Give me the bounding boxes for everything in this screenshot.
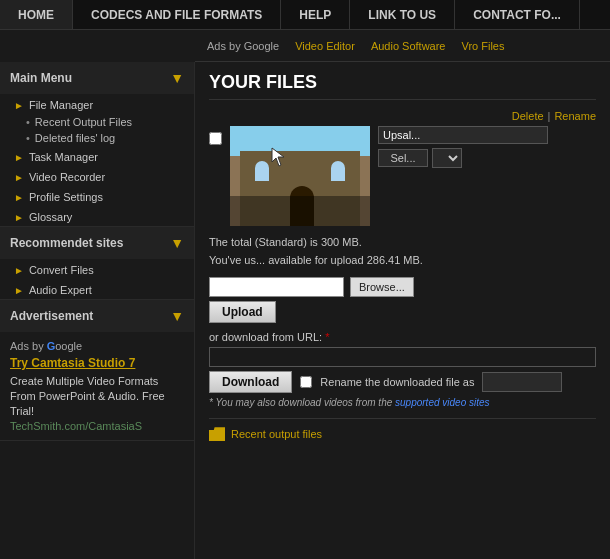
select-button[interactable]: Sel...	[378, 149, 428, 167]
ads-bar: Ads by Google Video Editor Audio Softwar…	[195, 30, 610, 62]
ads-video-editor-link[interactable]: Video Editor	[295, 40, 355, 52]
actions-separator: |	[548, 110, 551, 122]
delete-link[interactable]: Delete	[512, 110, 544, 122]
file-format-select[interactable]	[432, 148, 462, 168]
required-star: *	[322, 331, 329, 343]
profile-settings-label: Profile Settings	[29, 191, 103, 203]
main-layout: Main Menu ▼ ► File Manager Recent Output…	[0, 62, 610, 559]
recent-output-link[interactable]: Recent output files	[231, 428, 322, 440]
ad-title[interactable]: Try Camtasia Studio 7	[10, 356, 184, 372]
task-manager-label: Task Manager	[29, 151, 98, 163]
glossary-label: Glossary	[29, 211, 72, 223]
file-actions: Delete | Rename	[209, 110, 596, 122]
sidebar-item-video-recorder[interactable]: ► Video Recorder	[0, 166, 194, 186]
triangle-icon-6: ►	[14, 265, 24, 276]
sidebar: Main Menu ▼ ► File Manager Recent Output…	[0, 62, 195, 559]
audio-expert-label: Audio Expert	[29, 284, 92, 296]
storage-used-text: You've us... available for upload 286.41…	[209, 254, 423, 266]
sidebar-advertisement-header[interactable]: Advertisement ▼	[0, 300, 194, 332]
triangle-icon: ►	[14, 100, 24, 111]
file-checkbox[interactable]	[209, 132, 222, 145]
ad-by-google: Ads by Google	[10, 340, 184, 352]
sidebar-main-menu-header[interactable]: Main Menu ▼	[0, 62, 194, 94]
sidebar-main-menu-section: Main Menu ▼ ► File Manager Recent Output…	[0, 62, 194, 227]
ad-url: TechSmith.com/CamtasiaS	[10, 420, 184, 432]
file-select-row: Sel...	[378, 148, 596, 168]
download-button[interactable]: Download	[209, 371, 292, 393]
sidebar-item-glossary[interactable]: ► Glossary	[0, 206, 194, 226]
recent-output-section[interactable]: Recent output files	[209, 427, 596, 441]
upload-button[interactable]: Upload	[209, 301, 276, 323]
triangle-icon-4: ►	[14, 192, 24, 203]
or-download-text: or download from URL:	[209, 331, 322, 343]
sidebar-item-deleted-log[interactable]: Deleted files' log	[0, 130, 194, 146]
sidebar-recommended-section: Recommendet sites ▼ ► Convert Files ► Au…	[0, 227, 194, 300]
sidebar-item-convert-files[interactable]: ► Convert Files	[0, 259, 194, 279]
nav-help[interactable]: HELP	[281, 0, 350, 29]
video-note-text: * You may also download videos from the	[209, 397, 392, 408]
ads-by-google-label: Ads by Google	[207, 40, 279, 52]
thumb-background	[230, 126, 370, 226]
or-download-label: or download from URL: *	[209, 331, 596, 343]
triangle-icon-2: ►	[14, 152, 24, 163]
rename-label: Rename the downloaded file as	[320, 376, 474, 388]
video-sites-note: * You may also download videos from the …	[209, 397, 596, 408]
browse-button[interactable]: Browse...	[350, 277, 414, 297]
sidebar-item-task-manager[interactable]: ► Task Manager	[0, 146, 194, 166]
rename-link[interactable]: Rename	[554, 110, 596, 122]
file-name-input[interactable]	[378, 126, 548, 144]
content-area: YOUR FILES Delete | Rename	[195, 62, 610, 559]
advertisement-content: Ads by Google Try Camtasia Studio 7 Crea…	[0, 332, 194, 440]
advertisement-arrow-icon: ▼	[170, 308, 184, 324]
deleted-log-label: Deleted files' log	[35, 132, 115, 144]
sidebar-item-recent-output[interactable]: Recent Output Files	[0, 114, 194, 130]
sidebar-item-profile-settings[interactable]: ► Profile Settings	[0, 186, 194, 206]
main-menu-label: Main Menu	[10, 71, 72, 85]
advertisement-label: Advertisement	[10, 309, 93, 323]
download-row: Download Rename the downloaded file as	[209, 371, 596, 393]
upload-row: Browse...	[209, 277, 596, 297]
file-thumbnail	[230, 126, 370, 226]
recent-output-label: Recent Output Files	[35, 116, 132, 128]
nav-link-to-us[interactable]: LINK TO US	[350, 0, 455, 29]
video-recorder-label: Video Recorder	[29, 171, 105, 183]
triangle-icon-5: ►	[14, 212, 24, 223]
sidebar-advertisement-section: Advertisement ▼ Ads by Google Try Camtas…	[0, 300, 194, 441]
recommended-label: Recommendet sites	[10, 236, 123, 250]
nav-home[interactable]: HOME	[0, 0, 73, 29]
convert-files-label: Convert Files	[29, 264, 94, 276]
sidebar-item-audio-expert[interactable]: ► Audio Expert	[0, 279, 194, 299]
file-checkbox-area	[209, 126, 222, 145]
main-menu-arrow-icon: ▼	[170, 70, 184, 86]
supported-video-sites-link[interactable]: supported video sites	[395, 397, 490, 408]
rename-input[interactable]	[482, 372, 562, 392]
ads-audio-software-link[interactable]: Audio Software	[371, 40, 446, 52]
top-navigation: HOME CODECS AND FILE FORMATS HELP LINK T…	[0, 0, 610, 30]
file-name-area: Sel...	[378, 126, 596, 172]
page-title: YOUR FILES	[209, 72, 596, 100]
storage-info: The total (Standard) is 300 MB. You've u…	[209, 234, 596, 269]
sidebar-recommended-header[interactable]: Recommendet sites ▼	[0, 227, 194, 259]
thumb-window-right	[331, 161, 345, 181]
file-manager-label: File Manager	[29, 99, 93, 111]
ad-body: Create Multiple Video Formats From Power…	[10, 374, 184, 420]
file-path-input[interactable]	[209, 277, 344, 297]
thumb-window-left	[255, 161, 269, 181]
ads-vro-files-link[interactable]: Vro Files	[462, 40, 505, 52]
google-g: G	[47, 340, 56, 352]
divider	[209, 418, 596, 419]
recommended-arrow-icon: ▼	[170, 235, 184, 251]
file-row: Sel...	[209, 126, 596, 226]
storage-limit: (Standard) is 300 MB.	[255, 236, 362, 248]
sidebar-item-file-manager[interactable]: ► File Manager	[0, 94, 194, 114]
folder-icon	[209, 427, 225, 441]
triangle-icon-7: ►	[14, 285, 24, 296]
nav-contact[interactable]: CONTACT FO...	[455, 0, 580, 29]
storage-total-text: The total (Standard) is 300 MB.	[209, 236, 362, 248]
triangle-icon-3: ►	[14, 172, 24, 183]
nav-codecs[interactable]: CODECS AND FILE FORMATS	[73, 0, 281, 29]
storage-available: available for upload 286.41 MB.	[268, 254, 423, 266]
thumb-people	[230, 196, 370, 226]
url-input[interactable]	[209, 347, 596, 367]
rename-checkbox[interactable]	[300, 376, 312, 388]
